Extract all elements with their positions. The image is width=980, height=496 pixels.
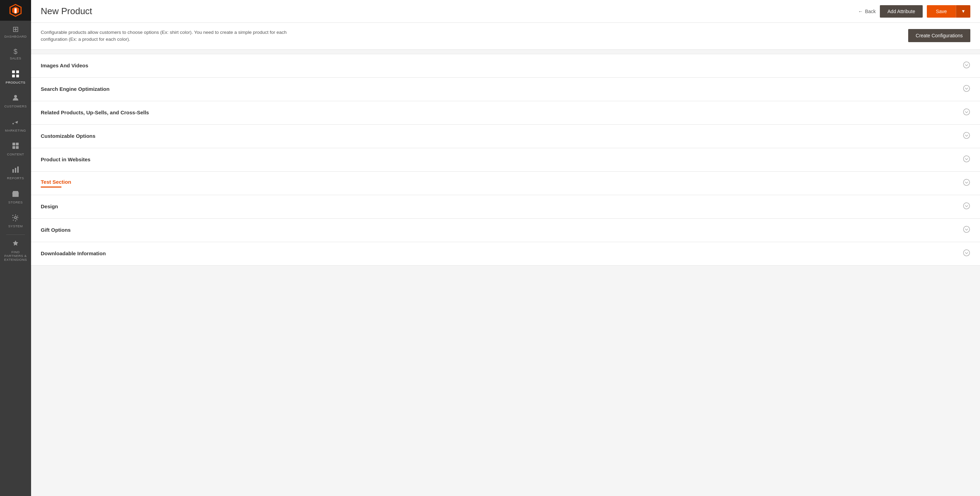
accordion-title-test-section: Test Section: [41, 179, 71, 185]
save-button-group: Save ▼: [927, 5, 970, 18]
products-icon: [12, 70, 19, 79]
svg-rect-13: [13, 169, 14, 173]
accordion-title-related-products: Related Products, Up-Sells, and Cross-Se…: [41, 110, 149, 115]
chevron-icon-product-websites: [963, 155, 970, 164]
stores-icon: [12, 190, 19, 199]
chevron-down-icon: ▼: [961, 9, 966, 14]
sidebar-item-sales[interactable]: $ SALES: [0, 43, 31, 65]
sidebar: ⊞ DASHBOARD $ SALES PRODUCTS CUSTOMERS M…: [0, 0, 31, 496]
accordion-header-design[interactable]: Design: [31, 195, 980, 218]
svg-rect-11: [13, 146, 15, 149]
accordion-title-product-websites: Product in Websites: [41, 156, 91, 162]
partners-icon: [12, 240, 19, 249]
info-text: Configurable products allow customers to…: [41, 29, 310, 43]
main-area: New Product ← Back Add Attribute Save ▼ …: [31, 0, 980, 496]
accordion-header-test-section[interactable]: Test Section: [31, 172, 980, 195]
svg-point-22: [963, 156, 970, 162]
accordion-item-gift-options: Gift Options: [31, 218, 980, 242]
chevron-icon-design: [963, 202, 970, 211]
sidebar-item-system[interactable]: SYSTEM: [0, 209, 31, 233]
svg-rect-10: [16, 143, 19, 145]
customers-icon: [12, 94, 19, 103]
back-arrow-icon: ←: [858, 9, 863, 14]
chevron-icon-test-section: [963, 179, 970, 188]
accordion-header-product-websites[interactable]: Product in Websites: [31, 148, 980, 171]
sidebar-item-products[interactable]: PRODUCTS: [0, 65, 31, 89]
accordion-item-downloadable-info: Downloadable Information: [31, 242, 980, 266]
accordion-header-images-videos[interactable]: Images And Videos: [31, 54, 980, 77]
svg-rect-17: [14, 195, 17, 197]
svg-point-20: [963, 109, 970, 115]
accordion-header-seo[interactable]: Search Engine Optimization: [31, 78, 980, 101]
accordion-item-test-section: Test Section: [31, 172, 980, 195]
page-title: New Product: [41, 6, 92, 17]
accordion-item-product-websites: Product in Websites: [31, 148, 980, 172]
svg-rect-14: [15, 168, 16, 173]
accordion-title-seo: Search Engine Optimization: [41, 86, 110, 92]
svg-point-19: [963, 85, 970, 91]
accordion-header-gift-options[interactable]: Gift Options: [31, 218, 980, 242]
svg-rect-15: [17, 166, 19, 173]
marketing-icon: [12, 118, 19, 127]
accordion-item-images-videos: Images And Videos: [31, 54, 980, 78]
header-left: New Product: [41, 6, 92, 17]
svg-rect-5: [12, 75, 15, 77]
save-button[interactable]: Save: [927, 5, 956, 18]
svg-point-7: [14, 95, 17, 98]
svg-rect-9: [13, 143, 15, 145]
svg-point-26: [963, 250, 970, 256]
active-underline-test-section: [41, 187, 62, 188]
sidebar-item-marketing[interactable]: MARKETING: [0, 113, 31, 137]
sidebar-item-stores[interactable]: STORES: [0, 185, 31, 209]
svg-rect-4: [16, 70, 19, 73]
accordion-title-customizable-options: Customizable Options: [41, 133, 95, 139]
content-icon: [12, 142, 19, 151]
accordion-item-seo: Search Engine Optimization: [31, 78, 980, 101]
chevron-icon-downloadable-info: [963, 249, 970, 258]
sidebar-item-dashboard[interactable]: ⊞ DASHBOARD: [0, 21, 31, 43]
chevron-icon-related-products: [963, 108, 970, 118]
dashboard-icon: ⊞: [13, 26, 19, 33]
save-dropdown-button[interactable]: ▼: [956, 5, 970, 18]
page-header: New Product ← Back Add Attribute Save ▼: [31, 0, 980, 23]
info-banner: Configurable products allow customers to…: [31, 23, 980, 50]
header-actions: ← Back Add Attribute Save ▼: [858, 5, 970, 18]
chevron-icon-gift-options: [963, 226, 970, 235]
svg-rect-2: [14, 8, 17, 13]
accordion-header-customizable-options[interactable]: Customizable Options: [31, 125, 980, 148]
svg-point-21: [963, 132, 970, 139]
accordion-title-gift-options: Gift Options: [41, 227, 71, 233]
svg-point-23: [963, 179, 970, 185]
sales-icon: $: [13, 48, 18, 55]
logo[interactable]: [0, 0, 31, 21]
svg-point-8: [13, 123, 14, 124]
accordion-item-design: Design: [31, 195, 980, 218]
accordion-header-related-products[interactable]: Related Products, Up-Sells, and Cross-Se…: [31, 101, 980, 124]
system-icon: [12, 214, 19, 223]
accordion-item-customizable-options: Customizable Options: [31, 125, 980, 148]
chevron-icon-images-videos: [963, 61, 970, 70]
sidebar-item-reports[interactable]: REPORTS: [0, 161, 31, 185]
svg-point-25: [963, 226, 970, 233]
svg-rect-12: [16, 146, 19, 149]
chevron-icon-customizable-options: [963, 132, 970, 141]
reports-icon: [12, 166, 19, 175]
svg-point-24: [963, 203, 970, 209]
page-content: Configurable products allow customers to…: [31, 23, 980, 496]
svg-point-18: [963, 62, 970, 68]
svg-rect-3: [12, 70, 15, 73]
sidebar-item-customers[interactable]: CUSTOMERS: [0, 89, 31, 113]
chevron-icon-seo: [963, 85, 970, 94]
accordion-list: Images And VideosSearch Engine Optimizat…: [31, 54, 980, 266]
accordion-title-downloadable-info: Downloadable Information: [41, 250, 106, 256]
sidebar-item-content[interactable]: CONTENT: [0, 137, 31, 161]
add-attribute-button[interactable]: Add Attribute: [880, 5, 923, 18]
accordion-title-images-videos: Images And Videos: [41, 62, 88, 69]
accordion-header-downloadable-info[interactable]: Downloadable Information: [31, 242, 980, 265]
sidebar-item-partners[interactable]: FIND PARTNERS & EXTENSIONS: [0, 236, 31, 265]
svg-rect-6: [16, 75, 19, 77]
accordion-title-design: Design: [41, 203, 58, 209]
back-button[interactable]: ← Back: [858, 9, 876, 14]
create-configurations-button[interactable]: Create Configurations: [908, 29, 970, 42]
sidebar-divider: [6, 234, 25, 235]
